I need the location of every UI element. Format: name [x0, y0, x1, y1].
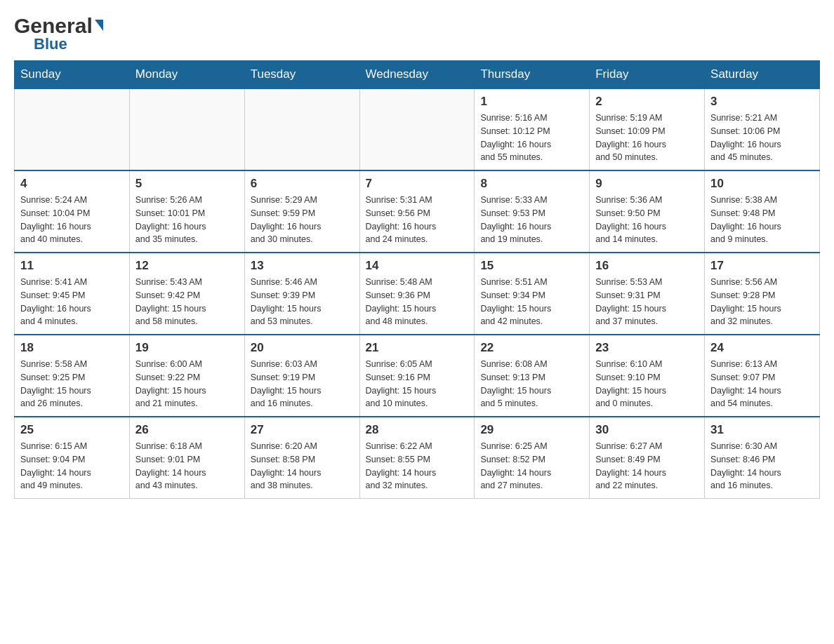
calendar-day-cell: 3Sunrise: 5:21 AMSunset: 10:06 PMDayligh… — [705, 89, 820, 171]
day-number: 2 — [595, 95, 699, 109]
day-info: Sunrise: 5:16 AMSunset: 10:12 PMDaylight… — [480, 112, 583, 164]
calendar-day-cell — [15, 89, 130, 171]
calendar-day-cell — [129, 89, 244, 171]
day-number: 21 — [366, 341, 469, 355]
day-number: 31 — [710, 423, 814, 437]
calendar-day-cell: 2Sunrise: 5:19 AMSunset: 10:09 PMDayligh… — [590, 89, 705, 171]
day-number: 6 — [251, 177, 354, 191]
calendar-day-cell: 27Sunrise: 6:20 AMSunset: 8:58 PMDayligh… — [244, 417, 359, 499]
day-info: Sunrise: 6:27 AMSunset: 8:49 PMDaylight:… — [595, 440, 699, 492]
calendar-day-cell: 25Sunrise: 6:15 AMSunset: 9:04 PMDayligh… — [15, 417, 130, 499]
day-number: 19 — [135, 341, 239, 355]
day-number: 18 — [20, 341, 124, 355]
logo: General Blue — [14, 14, 103, 53]
day-info: Sunrise: 5:26 AMSunset: 10:01 PMDaylight… — [135, 194, 239, 246]
day-info: Sunrise: 6:15 AMSunset: 9:04 PMDaylight:… — [20, 440, 124, 492]
calendar-day-cell: 16Sunrise: 5:53 AMSunset: 9:31 PMDayligh… — [590, 253, 705, 335]
calendar-header-wednesday: Wednesday — [359, 60, 475, 89]
calendar-day-cell: 28Sunrise: 6:22 AMSunset: 8:55 PMDayligh… — [359, 417, 475, 499]
day-info: Sunrise: 5:51 AMSunset: 9:34 PMDaylight:… — [480, 276, 583, 328]
calendar-day-cell: 22Sunrise: 6:08 AMSunset: 9:13 PMDayligh… — [475, 335, 590, 417]
day-info: Sunrise: 6:30 AMSunset: 8:46 PMDaylight:… — [710, 440, 814, 492]
day-info: Sunrise: 6:13 AMSunset: 9:07 PMDaylight:… — [710, 358, 814, 410]
calendar-day-cell: 14Sunrise: 5:48 AMSunset: 9:36 PMDayligh… — [359, 253, 475, 335]
day-info: Sunrise: 5:46 AMSunset: 9:39 PMDaylight:… — [251, 276, 354, 328]
day-info: Sunrise: 6:05 AMSunset: 9:16 PMDaylight:… — [366, 358, 469, 410]
day-number: 8 — [480, 177, 583, 191]
logo-blue-text: Blue — [34, 35, 67, 53]
day-info: Sunrise: 6:10 AMSunset: 9:10 PMDaylight:… — [595, 358, 699, 410]
day-number: 28 — [366, 423, 469, 437]
calendar-day-cell: 1Sunrise: 5:16 AMSunset: 10:12 PMDayligh… — [475, 89, 590, 171]
calendar-day-cell: 12Sunrise: 5:43 AMSunset: 9:42 PMDayligh… — [129, 253, 244, 335]
day-info: Sunrise: 6:00 AMSunset: 9:22 PMDaylight:… — [135, 358, 239, 410]
calendar-day-cell: 26Sunrise: 6:18 AMSunset: 9:01 PMDayligh… — [129, 417, 244, 499]
calendar-day-cell: 4Sunrise: 5:24 AMSunset: 10:04 PMDayligh… — [15, 170, 130, 253]
calendar-day-cell: 11Sunrise: 5:41 AMSunset: 9:45 PMDayligh… — [15, 253, 130, 335]
day-number: 29 — [480, 423, 583, 437]
day-info: Sunrise: 5:41 AMSunset: 9:45 PMDaylight:… — [20, 276, 124, 328]
calendar-day-cell — [359, 89, 475, 171]
calendar-header-tuesday: Tuesday — [244, 60, 359, 89]
day-info: Sunrise: 5:31 AMSunset: 9:56 PMDaylight:… — [366, 194, 469, 246]
calendar-header-sunday: Sunday — [15, 60, 130, 89]
day-info: Sunrise: 5:24 AMSunset: 10:04 PMDaylight… — [20, 194, 124, 246]
day-info: Sunrise: 5:48 AMSunset: 9:36 PMDaylight:… — [366, 276, 469, 328]
calendar-week-row: 1Sunrise: 5:16 AMSunset: 10:12 PMDayligh… — [15, 89, 820, 171]
calendar-header-friday: Friday — [590, 60, 705, 89]
day-number: 23 — [595, 341, 699, 355]
calendar-day-cell: 8Sunrise: 5:33 AMSunset: 9:53 PMDaylight… — [475, 170, 590, 253]
day-number: 7 — [366, 177, 469, 191]
day-info: Sunrise: 5:38 AMSunset: 9:48 PMDaylight:… — [710, 194, 814, 246]
day-number: 16 — [595, 259, 699, 273]
calendar-day-cell: 23Sunrise: 6:10 AMSunset: 9:10 PMDayligh… — [590, 335, 705, 417]
day-number: 13 — [251, 259, 354, 273]
calendar-day-cell: 24Sunrise: 6:13 AMSunset: 9:07 PMDayligh… — [705, 335, 820, 417]
day-info: Sunrise: 5:33 AMSunset: 9:53 PMDaylight:… — [480, 194, 583, 246]
calendar-day-cell: 18Sunrise: 5:58 AMSunset: 9:25 PMDayligh… — [15, 335, 130, 417]
day-number: 20 — [251, 341, 354, 355]
day-info: Sunrise: 5:36 AMSunset: 9:50 PMDaylight:… — [595, 194, 699, 246]
calendar-week-row: 25Sunrise: 6:15 AMSunset: 9:04 PMDayligh… — [15, 417, 820, 499]
day-number: 10 — [710, 177, 814, 191]
calendar-day-cell: 20Sunrise: 6:03 AMSunset: 9:19 PMDayligh… — [244, 335, 359, 417]
day-info: Sunrise: 5:21 AMSunset: 10:06 PMDaylight… — [710, 112, 814, 164]
calendar-day-cell: 21Sunrise: 6:05 AMSunset: 9:16 PMDayligh… — [359, 335, 475, 417]
calendar-header-thursday: Thursday — [475, 60, 590, 89]
day-number: 17 — [710, 259, 814, 273]
day-info: Sunrise: 6:20 AMSunset: 8:58 PMDaylight:… — [251, 440, 354, 492]
calendar-week-row: 18Sunrise: 5:58 AMSunset: 9:25 PMDayligh… — [15, 335, 820, 417]
calendar-day-cell: 5Sunrise: 5:26 AMSunset: 10:01 PMDayligh… — [129, 170, 244, 253]
calendar-day-cell: 19Sunrise: 6:00 AMSunset: 9:22 PMDayligh… — [129, 335, 244, 417]
calendar-day-cell: 13Sunrise: 5:46 AMSunset: 9:39 PMDayligh… — [244, 253, 359, 335]
day-info: Sunrise: 5:58 AMSunset: 9:25 PMDaylight:… — [20, 358, 124, 410]
day-info: Sunrise: 6:03 AMSunset: 9:19 PMDaylight:… — [251, 358, 354, 410]
calendar-header-row: SundayMondayTuesdayWednesdayThursdayFrid… — [15, 60, 820, 89]
calendar-header-monday: Monday — [129, 60, 244, 89]
calendar-day-cell: 31Sunrise: 6:30 AMSunset: 8:46 PMDayligh… — [705, 417, 820, 499]
day-number: 24 — [710, 341, 814, 355]
day-info: Sunrise: 5:53 AMSunset: 9:31 PMDaylight:… — [595, 276, 699, 328]
calendar-day-cell: 7Sunrise: 5:31 AMSunset: 9:56 PMDaylight… — [359, 170, 475, 253]
day-info: Sunrise: 6:08 AMSunset: 9:13 PMDaylight:… — [480, 358, 583, 410]
day-info: Sunrise: 6:25 AMSunset: 8:52 PMDaylight:… — [480, 440, 583, 492]
day-info: Sunrise: 6:18 AMSunset: 9:01 PMDaylight:… — [135, 440, 239, 492]
day-number: 25 — [20, 423, 124, 437]
calendar-week-row: 4Sunrise: 5:24 AMSunset: 10:04 PMDayligh… — [15, 170, 820, 253]
calendar-day-cell: 17Sunrise: 5:56 AMSunset: 9:28 PMDayligh… — [705, 253, 820, 335]
day-number: 3 — [710, 95, 814, 109]
day-number: 22 — [480, 341, 583, 355]
calendar-day-cell: 9Sunrise: 5:36 AMSunset: 9:50 PMDaylight… — [590, 170, 705, 253]
day-number: 4 — [20, 177, 124, 191]
calendar-day-cell: 29Sunrise: 6:25 AMSunset: 8:52 PMDayligh… — [475, 417, 590, 499]
calendar-day-cell: 15Sunrise: 5:51 AMSunset: 9:34 PMDayligh… — [475, 253, 590, 335]
day-number: 15 — [480, 259, 583, 273]
day-number: 30 — [595, 423, 699, 437]
day-number: 1 — [480, 95, 583, 109]
logo-general-text: General — [14, 14, 93, 38]
day-info: Sunrise: 5:56 AMSunset: 9:28 PMDaylight:… — [710, 276, 814, 328]
day-info: Sunrise: 5:29 AMSunset: 9:59 PMDaylight:… — [251, 194, 354, 246]
day-number: 14 — [366, 259, 469, 273]
day-number: 12 — [135, 259, 239, 273]
calendar-day-cell: 10Sunrise: 5:38 AMSunset: 9:48 PMDayligh… — [705, 170, 820, 253]
